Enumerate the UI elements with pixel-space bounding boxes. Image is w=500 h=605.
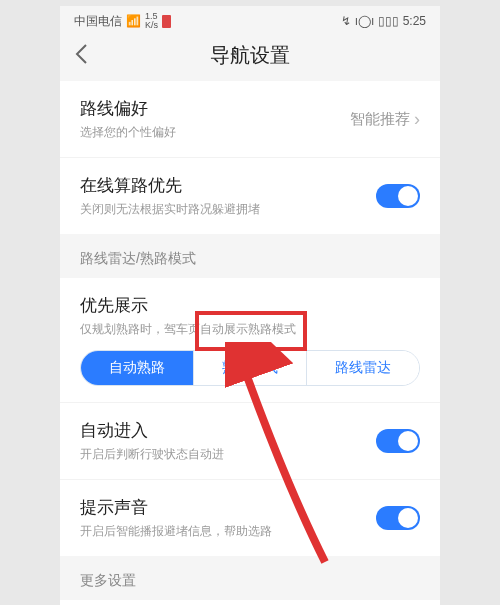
auto-enter-title: 自动进入 xyxy=(80,419,420,442)
online-route-toggle[interactable] xyxy=(376,184,420,208)
row-auto-enter: 自动进入 开启后判断行驶状态自动进 xyxy=(60,402,440,479)
signal-icon: 📶 xyxy=(126,14,141,28)
sound-hint-sub: 开启后智能播报避堵信息，帮助选路 xyxy=(80,523,420,540)
route-pref-value: 智能推荐 xyxy=(350,110,410,129)
status-bar: 中国电信 📶 1.5 K/s ↯ ı◯ı ▯▯▯ 5:25 xyxy=(60,6,440,32)
priority-sub: 仅规划熟路时，驾车页自动展示熟路模式 xyxy=(80,321,420,338)
card-more: 导航车标 更换个性化导航车标 › xyxy=(60,600,440,605)
seg-familiar-mode[interactable]: 熟路模式 xyxy=(193,351,306,385)
row-car-marker[interactable]: 导航车标 更换个性化导航车标 › xyxy=(60,600,440,605)
online-route-title: 在线算路优先 xyxy=(80,174,420,197)
segmented-control: 自动熟路 熟路模式 路线雷达 xyxy=(80,350,420,386)
chevron-right-icon: › xyxy=(414,109,420,130)
row-priority-display: 优先展示 仅规划熟路时，驾车页自动展示熟路模式 自动熟路 熟路模式 路线雷达 xyxy=(60,278,440,402)
auto-enter-sub: 开启后判断行驶状态自动进 xyxy=(80,446,420,463)
nav-header: 导航设置 xyxy=(60,32,440,81)
route-pref-value-wrap: 智能推荐 › xyxy=(350,109,420,130)
card-radar: 优先展示 仅规划熟路时，驾车页自动展示熟路模式 自动熟路 熟路模式 路线雷达 自… xyxy=(60,278,440,556)
row-sound-hint: 提示声音 开启后智能播报避堵信息，帮助选路 xyxy=(60,479,440,556)
priority-title: 优先展示 xyxy=(80,294,420,317)
section-more-label: 更多设置 xyxy=(60,558,440,600)
seg-auto-familiar[interactable]: 自动熟路 xyxy=(81,351,193,385)
phone-screen: 中国电信 📶 1.5 K/s ↯ ı◯ı ▯▯▯ 5:25 导航设置 路线偏好 … xyxy=(60,6,440,605)
online-route-sub: 关闭则无法根据实时路况躲避拥堵 xyxy=(80,201,420,218)
carrier-label: 中国电信 xyxy=(74,13,122,30)
section-radar-label: 路线雷达/熟路模式 xyxy=(60,236,440,278)
status-icons: ↯ ı◯ı ▯▯▯ xyxy=(341,14,398,28)
seg-route-radar[interactable]: 路线雷达 xyxy=(306,351,419,385)
row-route-pref[interactable]: 路线偏好 选择您的个性偏好 智能推荐 › xyxy=(60,81,440,157)
page-title: 导航设置 xyxy=(210,42,290,69)
row-online-route: 在线算路优先 关闭则无法根据实时路况躲避拥堵 xyxy=(60,157,440,234)
card-route-basic: 路线偏好 选择您的个性偏好 智能推荐 › 在线算路优先 关闭则无法根据实时路况躲… xyxy=(60,81,440,234)
sound-hint-title: 提示声音 xyxy=(80,496,420,519)
netspeed-label: 1.5 K/s xyxy=(145,12,158,30)
battery-low-icon xyxy=(162,15,171,28)
time-label: 5:25 xyxy=(403,14,426,28)
back-button[interactable] xyxy=(74,43,88,71)
auto-enter-toggle[interactable] xyxy=(376,429,420,453)
sound-hint-toggle[interactable] xyxy=(376,506,420,530)
